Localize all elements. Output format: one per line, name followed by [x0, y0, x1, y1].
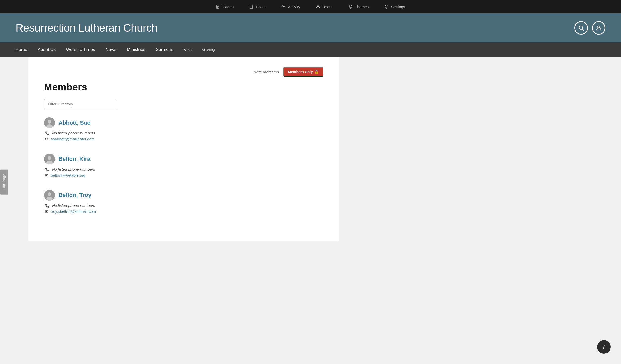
user-button[interactable]	[592, 21, 605, 35]
activity-icon	[281, 4, 286, 9]
lock-icon: 🔒	[314, 70, 319, 74]
header-actions	[574, 21, 605, 35]
admin-themes-label: Themes	[355, 5, 369, 9]
members-banner: Invite members Members Only 🔒	[44, 67, 323, 77]
member-entry: Belton, Troy 📞 No listed phone numbers ✉…	[44, 190, 323, 216]
admin-pages-link[interactable]: Pages	[216, 4, 234, 9]
admin-activity-label: Activity	[288, 5, 300, 9]
admin-bar: Pages Posts Activity Users Themes Settin…	[0, 0, 621, 13]
nav-sermons[interactable]: Sermons	[156, 46, 173, 53]
member-phone: 📞 No listed phone numbers	[45, 131, 323, 135]
member-entry: Abbott, Sue 📞 No listed phone numbers ✉ …	[44, 117, 323, 143]
settings-icon	[384, 4, 389, 9]
member-header: Belton, Troy	[44, 190, 323, 201]
admin-themes-link[interactable]: Themes	[348, 4, 369, 9]
email-link[interactable]: saabbott@mailinator.com	[51, 137, 94, 141]
members-only-button[interactable]: Members Only 🔒	[283, 67, 323, 77]
member-header: Belton, Kira	[44, 154, 323, 164]
pages-icon	[216, 4, 220, 9]
svg-point-5	[350, 6, 351, 7]
nav-giving[interactable]: Giving	[202, 46, 215, 53]
right-sidebar	[339, 57, 360, 241]
member-phone: 📞 No listed phone numbers	[45, 203, 323, 208]
site-title: Resurrection Lutheran Church	[16, 22, 158, 34]
nav-about[interactable]: About Us	[38, 46, 56, 53]
svg-line-8	[582, 29, 584, 31]
svg-point-11	[48, 120, 51, 124]
page-title: Members	[44, 82, 323, 93]
svg-point-7	[579, 26, 583, 29]
email-link[interactable]: troy.j.belton@sofimail.com	[51, 209, 96, 214]
phone-label: No listed phone numbers	[52, 131, 95, 135]
member-header: Abbott, Sue	[44, 117, 323, 128]
edit-page-tab[interactable]: Edit Page	[0, 169, 8, 194]
member-name-link[interactable]: Belton, Kira	[58, 156, 90, 162]
member-name-link[interactable]: Belton, Troy	[58, 192, 91, 199]
nav-news[interactable]: News	[105, 46, 116, 53]
phone-icon: 📞	[45, 131, 49, 135]
info-icon: i	[603, 344, 605, 350]
site-header: Resurrection Lutheran Church	[0, 13, 621, 42]
nav-home[interactable]: Home	[16, 46, 27, 53]
invite-text: Invite members	[253, 70, 279, 74]
page-layout: Edit Page Invite members Members Only 🔒 …	[0, 57, 621, 241]
nav-ministries[interactable]: Ministries	[127, 46, 145, 53]
admin-users-label: Users	[322, 5, 332, 9]
search-button[interactable]	[574, 21, 588, 35]
avatar	[44, 117, 55, 128]
users-icon	[316, 4, 320, 9]
phone-icon: 📞	[45, 167, 49, 171]
member-entry: Belton, Kira 📞 No listed phone numbers ✉…	[44, 154, 323, 179]
member-phone: 📞 No listed phone numbers	[45, 167, 323, 171]
members-only-label: Members Only	[288, 70, 313, 74]
info-button[interactable]: i	[597, 340, 611, 354]
phone-label: No listed phone numbers	[52, 167, 95, 171]
themes-icon	[348, 4, 353, 9]
avatar	[44, 154, 55, 164]
email-icon: ✉	[45, 209, 48, 214]
email-icon: ✉	[45, 137, 48, 141]
member-email[interactable]: ✉ beltonk@jetable.org	[45, 173, 323, 177]
admin-settings-label: Settings	[391, 5, 405, 9]
member-email[interactable]: ✉ troy.j.belton@sofimail.com	[45, 209, 323, 214]
admin-posts-label: Posts	[256, 5, 266, 9]
svg-point-14	[48, 156, 51, 160]
email-icon: ✉	[45, 173, 48, 177]
nav-visit[interactable]: Visit	[184, 46, 192, 53]
nav-worship[interactable]: Worship Times	[66, 46, 95, 53]
site-nav: Home About Us Worship Times News Ministr…	[0, 42, 621, 57]
phone-icon: 📞	[45, 203, 49, 208]
svg-point-17	[48, 192, 51, 196]
admin-pages-label: Pages	[223, 5, 234, 9]
phone-label: No listed phone numbers	[52, 203, 95, 208]
filter-directory-input[interactable]	[44, 99, 116, 109]
admin-posts-link[interactable]: Posts	[249, 4, 266, 9]
admin-users-link[interactable]: Users	[316, 4, 332, 9]
member-name-link[interactable]: Abbott, Sue	[58, 119, 90, 126]
svg-point-4	[317, 5, 319, 7]
member-email[interactable]: ✉ saabbott@mailinator.com	[45, 137, 323, 141]
admin-settings-link[interactable]: Settings	[384, 4, 405, 9]
avatar	[44, 190, 55, 201]
svg-point-6	[386, 6, 387, 7]
posts-icon	[249, 4, 254, 9]
admin-activity-link[interactable]: Activity	[281, 4, 300, 9]
email-link[interactable]: beltonk@jetable.org	[51, 173, 85, 177]
main-content: Invite members Members Only 🔒 Members Ab…	[28, 57, 339, 241]
